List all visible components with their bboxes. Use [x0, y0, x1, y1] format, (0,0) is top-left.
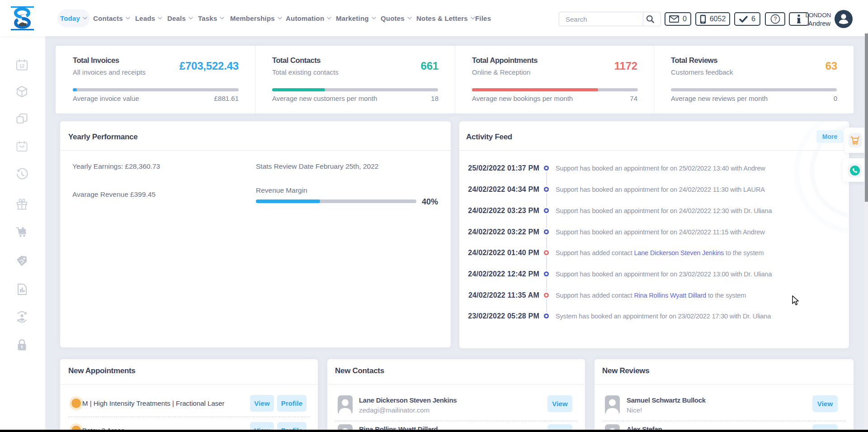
svg-text:12: 12 — [19, 64, 25, 69]
